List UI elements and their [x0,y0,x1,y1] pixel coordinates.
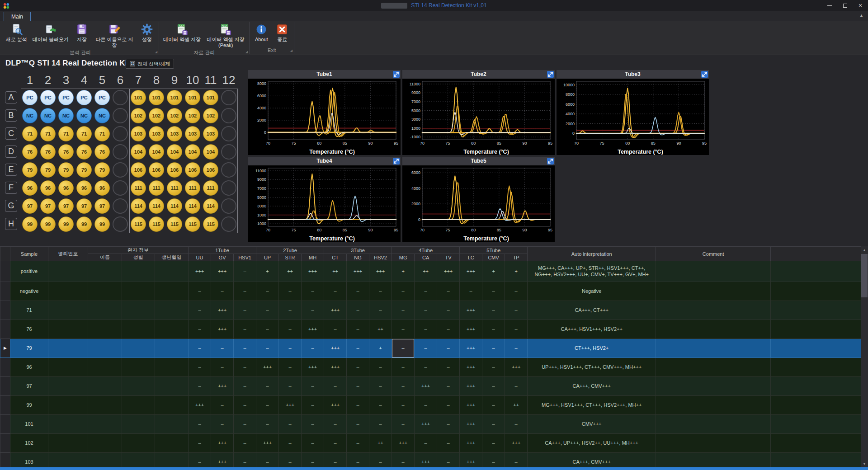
plate-col-label-7[interactable]: 7 [129,72,147,89]
well-A12[interactable] [221,90,236,105]
plate-row-label-A[interactable]: A [5,91,17,103]
cell-marker-76-13[interactable]: – [482,320,505,339]
chart-expand-button[interactable] [547,158,554,164]
well-D1[interactable]: 76 [22,144,38,160]
cell-marker-96-2[interactable]: – [234,358,256,377]
cell-marker-positive-6[interactable]: ++ [324,261,347,282]
cell-marker-99-4[interactable]: +++ [279,396,302,415]
cell-marker-103-6[interactable]: – [324,453,347,468]
cell-marker-79-3[interactable]: – [256,339,279,358]
well-C8[interactable]: 103 [149,126,164,141]
well-F9[interactable]: 111 [167,180,182,196]
cell-marker-99-5[interactable]: – [302,396,324,415]
ribbon-button-0-0[interactable]: 새로 분석 [4,22,29,44]
cell-marker-71-9[interactable]: – [392,301,415,320]
well-E9[interactable]: 106 [167,162,182,178]
cell-marker-79-5[interactable]: – [302,339,324,358]
well-D5[interactable]: 76 [94,144,110,160]
well-F8[interactable]: 111 [149,180,164,196]
well-A3[interactable]: PC [58,90,74,105]
cell-marker-97-1[interactable]: +++ [211,377,234,396]
row-selector-102[interactable] [0,434,10,453]
cell-marker-71-12[interactable]: +++ [460,301,482,320]
cell-name-97[interactable] [88,377,122,396]
col-header-gv[interactable]: GV [211,254,234,261]
cell-marker-96-5[interactable]: +++ [302,358,324,377]
cell-pathology-96[interactable] [48,358,88,377]
group-header-tube5[interactable]: 5Tube [460,247,528,254]
well-C3[interactable]: 71 [58,126,74,141]
row-selector-96[interactable] [0,358,10,377]
cell-pathology-71[interactable] [48,301,88,320]
group-header-patient[interactable]: 환자 정보 [88,247,189,254]
ribbon-button-0-3[interactable]: 다른 이름으로 저장 [93,22,136,49]
scroll-up-icon[interactable]: ▲ [861,246,868,254]
cell-marker-negative-0[interactable]: – [189,282,211,301]
cell-marker-negative-13[interactable]: – [482,282,505,301]
cell-comment-101[interactable] [656,415,771,434]
well-A8[interactable]: 101 [149,90,164,105]
cell-marker-negative-11[interactable]: – [437,282,460,301]
cell-marker-103-12[interactable]: +++ [460,453,482,468]
cell-marker-101-7[interactable]: – [347,415,369,434]
well-H11[interactable]: 115 [203,216,218,232]
cell-marker-79-9[interactable]: – [392,339,415,358]
well-D2[interactable]: 76 [40,144,56,160]
cell-pathology-negative[interactable] [48,282,88,301]
cell-gender-71[interactable] [122,301,155,320]
cell-marker-103-13[interactable]: – [482,453,505,468]
cell-marker-negative-2[interactable]: – [234,282,256,301]
plate-col-label-11[interactable]: 11 [202,72,220,89]
well-B1[interactable]: NC [22,108,38,123]
cell-marker-79-2[interactable]: – [234,339,256,358]
cell-marker-101-1[interactable]: – [211,415,234,434]
cell-marker-97-0[interactable]: – [189,377,211,396]
well-B6[interactable] [113,108,128,123]
cell-comment-97[interactable] [656,377,771,396]
cell-marker-97-5[interactable]: – [302,377,324,396]
row-selector-71[interactable] [0,301,10,320]
ribbon-button-2-1[interactable]: 종료 [272,22,292,44]
cell-marker-103-5[interactable]: – [302,453,324,468]
cell-marker-101-11[interactable]: – [437,415,460,434]
cell-marker-76-12[interactable]: +++ [460,320,482,339]
ribbon-button-0-1[interactable]: 데이터 불러오기 [30,22,71,44]
well-G4[interactable]: 97 [76,198,92,214]
well-F2[interactable]: 96 [40,180,56,196]
well-D9[interactable]: 104 [167,144,182,160]
ribbon-button-2-0[interactable]: About [251,22,271,44]
well-H4[interactable]: 99 [76,216,92,232]
cell-marker-71-2[interactable]: – [234,301,256,320]
cell-birth-99[interactable] [155,396,189,415]
cell-gender-101[interactable] [122,415,155,434]
cell-marker-97-9[interactable]: – [392,377,415,396]
cell-name-positive[interactable] [88,261,122,282]
minimize-button[interactable] [822,0,837,11]
well-E8[interactable]: 106 [149,162,164,178]
cell-name-76[interactable] [88,320,122,339]
dialog-launcher-icon[interactable]: ◢ [155,48,157,55]
chart-expand-button[interactable] [701,71,708,78]
cell-marker-79-11[interactable]: – [437,339,460,358]
cell-birth-71[interactable] [155,301,189,320]
cell-marker-79-6[interactable]: +++ [324,339,347,358]
well-G12[interactable] [221,198,236,214]
cell-marker-positive-7[interactable]: +++ [347,261,369,282]
cell-comment-71[interactable] [656,301,771,320]
close-button[interactable]: × [853,0,868,11]
well-B12[interactable] [221,108,236,123]
cell-marker-negative-14[interactable]: – [505,282,528,301]
cell-sample-positive[interactable]: positive [10,261,48,282]
well-C7[interactable]: 103 [131,126,146,141]
well-D12[interactable] [221,144,236,160]
well-A9[interactable]: 101 [167,90,182,105]
well-H3[interactable]: 99 [58,216,74,232]
cell-comment-99[interactable] [656,396,771,415]
well-B3[interactable]: NC [58,108,74,123]
cell-pathology-102[interactable] [48,434,88,453]
cell-marker-102-13[interactable]: – [482,434,505,453]
cell-comment-positive[interactable] [656,261,771,282]
well-A11[interactable]: 101 [203,90,218,105]
well-H5[interactable]: 99 [94,216,110,232]
well-D10[interactable]: 104 [185,144,200,160]
